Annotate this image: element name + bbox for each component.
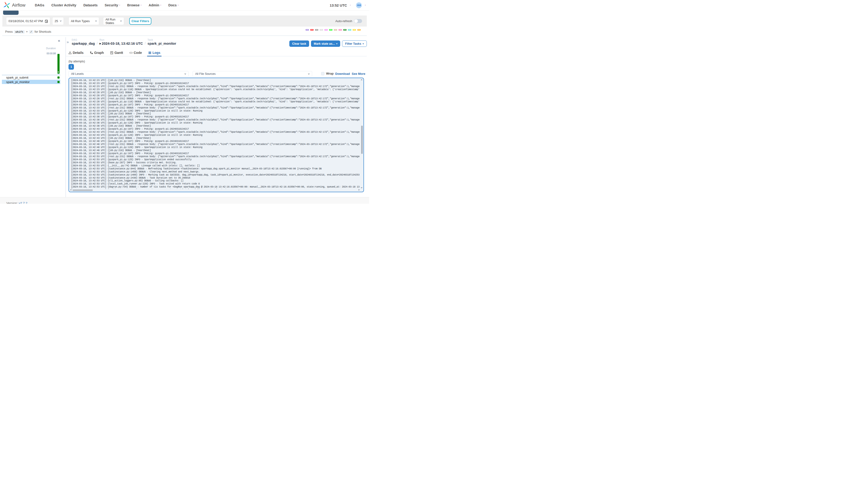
tab[interactable]: Details bbox=[68, 50, 84, 56]
log-line: [2024-03-18, 13:42:23 UTC] {pyspark_pi.p… bbox=[71, 82, 360, 85]
log-line: [2024-03-18, 13:42:53 UTC] {local_task_j… bbox=[71, 183, 360, 186]
tab[interactable]: Logs bbox=[148, 50, 160, 56]
nav-item[interactable]: Browse▾ bbox=[127, 3, 142, 7]
log-level-select[interactable]: All Levels ˅ bbox=[68, 71, 189, 77]
chevron-down-icon: ▾ bbox=[119, 4, 120, 6]
see-more-link[interactable]: See More bbox=[352, 72, 365, 75]
log-line: [2024-03-18, 13:42:53 UTC] {taskinstance… bbox=[71, 177, 360, 180]
log-line: [2024-03-18, 13:42:48 UTC] {rest.py:231}… bbox=[71, 143, 360, 146]
shift-key: shift bbox=[14, 30, 25, 34]
run-types-select[interactable]: All Run Types ˅ bbox=[69, 18, 99, 25]
breadcrumb-run: Run ▶2024-03-18, 13:42:16 UTC bbox=[100, 38, 143, 45]
scroll-up-arrow-icon[interactable] bbox=[361, 79, 363, 80]
chevron-down-icon: ˅ bbox=[120, 20, 122, 22]
detail-tabs: Details Graph Gantt Code bbox=[66, 50, 367, 57]
auto-refresh-label: Auto-refresh bbox=[335, 19, 352, 23]
task-row[interactable]: spark_pi_monitor bbox=[2, 80, 60, 84]
dag-run-duration-bar[interactable] bbox=[57, 54, 60, 74]
utc-clock[interactable]: 13:52 UTC bbox=[330, 3, 347, 7]
version-label: Version: bbox=[6, 201, 18, 204]
collapse-sidebar-button[interactable]: « bbox=[58, 38, 60, 43]
status-badge bbox=[306, 29, 309, 31]
chevron-down-icon: ˅ bbox=[308, 73, 310, 75]
run-label: Run bbox=[100, 38, 143, 41]
chevron-down-icon: ˅ bbox=[95, 20, 97, 22]
avatar[interactable]: AA bbox=[356, 2, 362, 8]
manual-run-triangle-icon bbox=[58, 71, 59, 73]
status-badge bbox=[310, 29, 314, 31]
chevron-down-icon: ▾ bbox=[160, 4, 161, 6]
task-action-buttons: Clear task Mark state as...▾ Filter Task… bbox=[289, 40, 367, 47]
status-badge bbox=[334, 29, 337, 31]
task-status-square[interactable] bbox=[57, 76, 60, 78]
scroll-down-arrow-icon[interactable] bbox=[361, 187, 363, 188]
log-line: [2024-03-18, 13:42:28 UTC] {job.py:216} … bbox=[71, 91, 360, 94]
base-date-input[interactable]: 03/18/2024, 01:52:47 PM bbox=[6, 18, 50, 25]
log-line: [2024-03-18, 13:42:48 UTC] {pyspark_pi.p… bbox=[71, 140, 360, 143]
version-link[interactable]: v2.7.2 bbox=[19, 201, 28, 204]
filter-tasks-button[interactable]: Filter Tasks▾ bbox=[342, 40, 367, 47]
nav-item[interactable]: Docs▾ bbox=[168, 3, 179, 7]
by-attempts-label: (by attempts) bbox=[68, 60, 85, 63]
plus-sign: + bbox=[26, 30, 28, 33]
attempt-1-button[interactable]: 1 bbox=[68, 64, 74, 70]
expand-panel-icon[interactable]: » bbox=[67, 40, 69, 44]
airflow-logo-brand[interactable]: Airflow bbox=[3, 2, 25, 9]
clear-task-button[interactable]: Clear task bbox=[289, 40, 309, 47]
log-line: [2024-03-18, 13:42:33 UTC] {pyspark_pi.p… bbox=[71, 103, 360, 106]
tab[interactable]: Gantt bbox=[110, 50, 123, 56]
slash-key: / bbox=[29, 30, 33, 34]
nav-item[interactable]: Cluster Activity bbox=[51, 3, 76, 7]
wrap-checkbox[interactable] bbox=[321, 72, 324, 75]
task-log-viewer[interactable]: [2024-03-18, 13:42:23 UTC] {job.py:216} … bbox=[68, 77, 364, 192]
log-line: [2024-03-18, 13:42:43 UTC] {pyspark_pi.p… bbox=[71, 134, 360, 137]
duration-axis-ticks: 00:00:3700:00:1800:00:00 bbox=[0, 52, 56, 76]
shortcuts-hint: Press shift + / for Shortcuts bbox=[5, 28, 51, 35]
tab[interactable]: Graph bbox=[90, 50, 104, 56]
header-right: 13:52 UTC ▾ AA ▾ bbox=[330, 2, 366, 8]
status-badge bbox=[329, 29, 333, 31]
auto-refresh-toggle[interactable] bbox=[354, 19, 362, 23]
log-line: [2024-03-18, 13:42:33 UTC] {pyspark_pi.p… bbox=[71, 109, 360, 113]
task-row[interactable]: spark_pi_submit bbox=[2, 75, 60, 79]
status-badge bbox=[362, 29, 364, 31]
chevron-down-icon: ▾ bbox=[365, 4, 366, 6]
page-size-select[interactable]: 25 ˅ bbox=[53, 18, 64, 25]
task-link[interactable]: spark_pi_monitor bbox=[148, 42, 176, 45]
log-line: [2024-03-18, 13:42:53 UTC] {base.py:287}… bbox=[71, 161, 360, 164]
dag-link[interactable]: sparkapp_dag bbox=[71, 42, 95, 45]
horizontal-scrollbar-thumb[interactable] bbox=[72, 189, 93, 191]
chevron-down-icon: ▾ bbox=[178, 4, 179, 6]
run-link[interactable]: ▶2024-03-18, 13:42:16 UTC bbox=[100, 42, 143, 45]
nav-item[interactable]: DAGs bbox=[35, 3, 44, 7]
log-line: [2024-03-18, 13:42:38 UTC] {pyspark_pi.p… bbox=[71, 116, 360, 119]
task-status-square[interactable] bbox=[57, 81, 60, 83]
gantt-icon bbox=[110, 51, 113, 54]
tab[interactable]: Code bbox=[129, 50, 142, 56]
shortcuts-prefix: Press bbox=[5, 30, 13, 33]
base-date-value: 03/18/2024, 01:52:47 PM bbox=[8, 19, 43, 23]
task-name: spark_pi_submit bbox=[6, 76, 29, 79]
download-log-link[interactable]: Download bbox=[335, 72, 350, 75]
nav-item[interactable]: Admin▾ bbox=[149, 3, 161, 7]
scroll-right-arrow-icon[interactable] bbox=[359, 189, 360, 191]
top-nav-bar: Airflow DAGsCluster ActivityDatasetsSecu… bbox=[0, 0, 369, 10]
breadcrumb-separator: / bbox=[145, 41, 146, 45]
breadcrumb: » DAG sparkapp_dag / Run ▶2024-03-18, 13… bbox=[67, 38, 176, 45]
file-source-select[interactable]: All File Sources ˅ bbox=[193, 71, 312, 77]
mark-state-as-button[interactable]: Mark state as...▾ bbox=[311, 40, 340, 47]
shortcuts-suffix: for Shortcuts bbox=[35, 30, 51, 33]
scroll-left-arrow-icon[interactable] bbox=[70, 189, 71, 191]
breadcrumb-dag: DAG sparkapp_dag bbox=[71, 38, 95, 45]
nav-item[interactable]: Datasets bbox=[83, 3, 97, 7]
chevron-down-icon: ˅ bbox=[60, 20, 62, 22]
status-badge bbox=[324, 29, 328, 31]
log-line: [2024-03-18, 13:42:53 UTC] {cli_action_l… bbox=[71, 180, 360, 183]
log-line: [2024-03-18, 13:42:38 UTC] {job.py:216} … bbox=[71, 125, 360, 128]
status-badge bbox=[358, 29, 361, 31]
nav-item[interactable]: Security▾ bbox=[105, 3, 120, 7]
chevron-down-icon: ˅ bbox=[184, 73, 186, 75]
run-states-select[interactable]: All Run States ˅ bbox=[103, 18, 124, 25]
vertical-scrollbar-thumb[interactable] bbox=[361, 126, 363, 154]
clear-filters-button[interactable]: Clear Filters bbox=[129, 18, 151, 25]
